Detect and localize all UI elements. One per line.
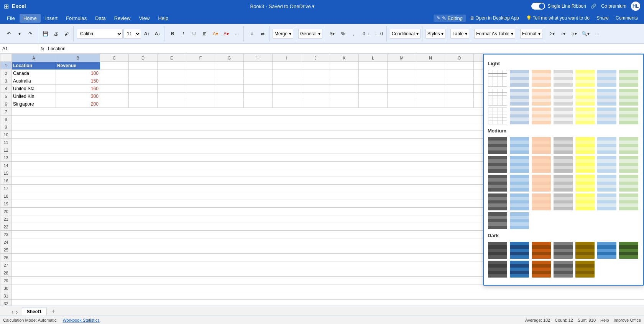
cell-I4[interactable] [273, 85, 301, 93]
table-style-light-yellow3[interactable] [575, 107, 595, 125]
table-style-dark-orange[interactable] [531, 241, 551, 259]
table-style-light-gray[interactable] [553, 69, 573, 87]
cell-L3[interactable] [359, 77, 388, 85]
table-style-med-green2[interactable] [619, 155, 639, 173]
more-btn[interactable]: ··· [232, 28, 242, 39]
cell-L1[interactable] [359, 62, 388, 69]
currency-btn[interactable]: $▾ [327, 28, 337, 39]
styles-dropdown[interactable]: Styles ▾ [426, 29, 446, 39]
table-style-med-yellow[interactable] [575, 137, 595, 154]
col-header-K[interactable]: K [330, 54, 359, 62]
table-style-light-none2[interactable] [488, 88, 508, 106]
col-header-I[interactable]: I [273, 54, 301, 62]
table-style-med-yellow3[interactable] [575, 174, 595, 192]
table-style-med-gray[interactable] [553, 137, 573, 154]
cell-A3[interactable]: Australia [12, 77, 56, 85]
cell-G1[interactable] [215, 62, 244, 69]
table-style-med-green4[interactable] [619, 193, 639, 211]
cell-J3[interactable] [301, 77, 330, 85]
font-color-btn[interactable]: A▾ [221, 28, 231, 39]
cell-I5[interactable] [273, 93, 301, 100]
cell-O5[interactable] [445, 93, 474, 100]
table-style-dark-gray2[interactable] [553, 260, 573, 278]
cell-N3[interactable] [416, 77, 445, 85]
table-style-med-orange4[interactable] [531, 193, 551, 211]
cell-G4[interactable] [215, 85, 244, 93]
find-btn[interactable]: 🔍▾ [580, 28, 591, 39]
more2-btn[interactable]: ··· [592, 28, 602, 39]
size-select[interactable]: 11 [123, 29, 141, 39]
editing-badge[interactable]: ✎ ✎ Editing [434, 15, 466, 22]
sum-btn[interactable]: Σ▾ [547, 28, 557, 39]
table-style-light-ltblue3[interactable] [597, 107, 617, 125]
cell-E1[interactable] [158, 62, 186, 69]
cell-O1[interactable] [445, 62, 474, 69]
col-header-A[interactable]: A [12, 54, 56, 62]
cell-J5[interactable] [301, 93, 330, 100]
filter-btn[interactable]: ⊿▾ [569, 28, 579, 39]
cell-C4[interactable] [100, 85, 129, 93]
cell-B5[interactable]: 300 [56, 93, 100, 100]
cell-B4[interactable]: 160 [56, 85, 100, 93]
cell-G2[interactable] [215, 69, 244, 77]
undo-btn[interactable]: ↶ [4, 28, 14, 39]
table-style-med-black3[interactable] [488, 174, 508, 192]
cell-I6[interactable] [273, 100, 301, 108]
cell-N2[interactable] [416, 69, 445, 77]
table-style-med-gray3[interactable] [553, 174, 573, 192]
cell-M2[interactable] [388, 69, 416, 77]
table-style-light-blue3[interactable] [509, 107, 529, 125]
bold-btn[interactable]: B [168, 28, 177, 39]
border-btn[interactable]: ⊞ [200, 28, 210, 39]
table-style-dark-black[interactable] [488, 241, 508, 259]
go-premium-link[interactable]: Go premium [601, 3, 626, 9]
cell-H5[interactable] [244, 93, 273, 100]
col-header-G[interactable]: G [215, 54, 244, 62]
cell-H6[interactable] [244, 100, 273, 108]
cell-I2[interactable] [273, 69, 301, 77]
tell-me-btn[interactable]: 💡 Tell me what you want to do [526, 15, 590, 21]
table-style-light-green3[interactable] [619, 107, 639, 125]
cell-F5[interactable] [186, 93, 215, 100]
table-style-light-blue[interactable] [509, 69, 529, 87]
table-style-dark-blue2[interactable] [509, 260, 529, 278]
cell-K4[interactable] [330, 85, 359, 93]
table-style-med-ltblue2[interactable] [597, 155, 617, 173]
cell-N6[interactable] [416, 100, 445, 108]
table-style-med-ltblue4[interactable] [597, 193, 617, 211]
format-painter-btn[interactable]: 🖌 [62, 28, 72, 39]
cell-H3[interactable] [244, 77, 273, 85]
cell-L5[interactable] [359, 93, 388, 100]
cell-M1[interactable] [388, 62, 416, 69]
cell-N5[interactable] [416, 93, 445, 100]
cell-N1[interactable] [416, 62, 445, 69]
font-select[interactable]: Calibri [77, 29, 123, 39]
cell-C5[interactable] [100, 93, 129, 100]
single-line-ribbon-toggle[interactable]: Single Line Ribbon [531, 3, 586, 10]
table-style-light-yellow2[interactable] [575, 88, 595, 106]
cell-F1[interactable] [186, 62, 215, 69]
comma-btn[interactable]: , [349, 28, 359, 39]
table-style-light-green[interactable] [619, 69, 639, 87]
table-style-med-black4[interactable] [488, 193, 508, 211]
cell-C3[interactable] [100, 77, 129, 85]
cell-D4[interactable] [129, 85, 158, 93]
cell-C1[interactable] [100, 62, 129, 69]
menu-home[interactable]: Home [20, 14, 41, 23]
cell-ref-box[interactable]: A1 [0, 44, 38, 53]
redo-btn[interactable]: ↷ [25, 28, 35, 39]
cell-J1[interactable] [301, 62, 330, 69]
cell-M4[interactable] [388, 85, 416, 93]
cell-I1[interactable] [273, 62, 301, 69]
table-style-med-blue2[interactable] [509, 155, 529, 173]
table-style-light-orange[interactable] [531, 69, 551, 87]
cell-B1[interactable]: Revenue [56, 62, 100, 69]
cell-O4[interactable] [445, 85, 474, 93]
cell-K2[interactable] [330, 69, 359, 77]
menu-formulas[interactable]: Formulas [62, 14, 90, 23]
table-style-dark-gray[interactable] [553, 241, 573, 259]
table-style-med-blue4[interactable] [509, 193, 529, 211]
table-style-dark-blue[interactable] [509, 241, 529, 259]
table-style-light-ltblue[interactable] [597, 69, 617, 87]
percent-btn[interactable]: % [338, 28, 348, 39]
